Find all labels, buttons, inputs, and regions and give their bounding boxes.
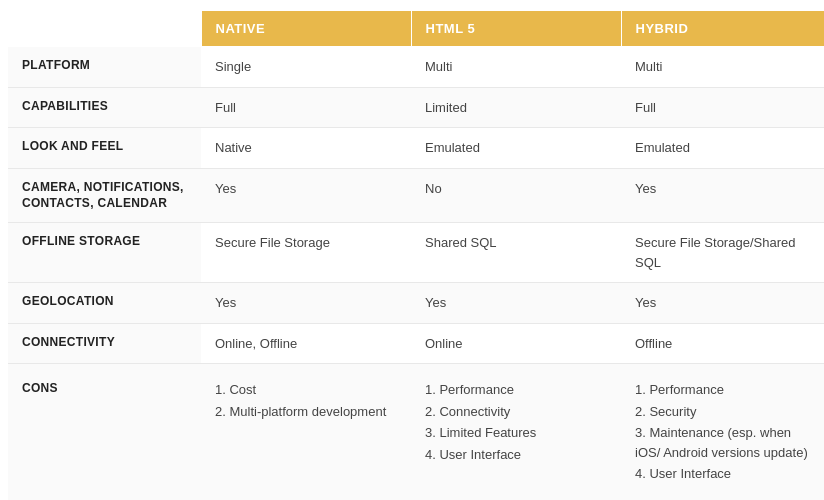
- header-native: NATIVE: [201, 11, 411, 47]
- table-row: OFFLINE STORAGESecure File StorageShared…: [8, 223, 824, 283]
- cons-item: 1. Performance: [425, 380, 607, 400]
- cons-item: 1. Cost: [215, 380, 397, 400]
- table-row: CAMERA, NOTIFICATIONS, CONTACTS, CALENDA…: [8, 168, 824, 223]
- row-html5-value: Emulated: [411, 128, 621, 169]
- row-native-value: Native: [201, 128, 411, 169]
- comparison-table-wrapper: NATIVE HTML 5 HYBRID PLATFORMSingleMulti…: [0, 0, 824, 500]
- row-label: CAPABILITIES: [8, 87, 201, 128]
- table-body: PLATFORMSingleMultiMultiCAPABILITIESFull…: [8, 47, 824, 501]
- row-hybrid-value: Emulated: [621, 128, 824, 169]
- table-row: LOOK AND FEELNativeEmulatedEmulated: [8, 128, 824, 169]
- header-html5: HTML 5: [411, 11, 621, 47]
- cons-item: 3. Limited Features: [425, 423, 607, 443]
- cons-row: CONS1. Cost2. Multi-platform development…: [8, 364, 824, 500]
- cons-value: 1. Cost2. Multi-platform development: [201, 364, 411, 500]
- row-html5-value: Online: [411, 323, 621, 364]
- table-row: CAPABILITIESFullLimitedFull: [8, 87, 824, 128]
- row-hybrid-value: Multi: [621, 47, 824, 88]
- cons-item: 4. User Interface: [635, 464, 818, 484]
- row-html5-value: Multi: [411, 47, 621, 88]
- row-native-value: Full: [201, 87, 411, 128]
- cons-label: CONS: [8, 364, 201, 500]
- row-hybrid-value: Secure File Storage/Shared SQL: [621, 223, 824, 283]
- row-hybrid-value: Offline: [621, 323, 824, 364]
- header-hybrid: HYBRID: [621, 11, 824, 47]
- cons-item: 2. Multi-platform development: [215, 402, 397, 422]
- header-row: NATIVE HTML 5 HYBRID: [8, 11, 824, 47]
- cons-item: 4. User Interface: [425, 445, 607, 465]
- table-row: CONNECTIVITYOnline, OfflineOnlineOffline: [8, 323, 824, 364]
- cons-value: 1. Performance2. Connectivity3. Limited …: [411, 364, 621, 500]
- row-hybrid-value: Full: [621, 87, 824, 128]
- cons-value: 1. Performance2. Security3. Maintenance …: [621, 364, 824, 500]
- row-html5-value: Limited: [411, 87, 621, 128]
- row-label: LOOK AND FEEL: [8, 128, 201, 169]
- table-row: PLATFORMSingleMultiMulti: [8, 47, 824, 88]
- row-label: OFFLINE STORAGE: [8, 223, 201, 283]
- row-native-value: Yes: [201, 168, 411, 223]
- row-native-value: Yes: [201, 283, 411, 324]
- cons-item: 1. Performance: [635, 380, 818, 400]
- row-hybrid-value: Yes: [621, 168, 824, 223]
- cons-item: 2. Connectivity: [425, 402, 607, 422]
- cons-item: 3. Maintenance (esp. when iOS/ Android v…: [635, 423, 818, 462]
- row-native-value: Secure File Storage: [201, 223, 411, 283]
- row-label: PLATFORM: [8, 47, 201, 88]
- comparison-table: NATIVE HTML 5 HYBRID PLATFORMSingleMulti…: [8, 10, 824, 500]
- row-html5-value: Yes: [411, 283, 621, 324]
- row-native-value: Single: [201, 47, 411, 88]
- row-label: CAMERA, NOTIFICATIONS, CONTACTS, CALENDA…: [8, 168, 201, 223]
- row-html5-value: No: [411, 168, 621, 223]
- row-html5-value: Shared SQL: [411, 223, 621, 283]
- header-empty: [8, 11, 201, 47]
- row-native-value: Online, Offline: [201, 323, 411, 364]
- row-label: GEOLOCATION: [8, 283, 201, 324]
- row-label: CONNECTIVITY: [8, 323, 201, 364]
- cons-item: 2. Security: [635, 402, 818, 422]
- row-hybrid-value: Yes: [621, 283, 824, 324]
- table-row: GEOLOCATIONYesYesYes: [8, 283, 824, 324]
